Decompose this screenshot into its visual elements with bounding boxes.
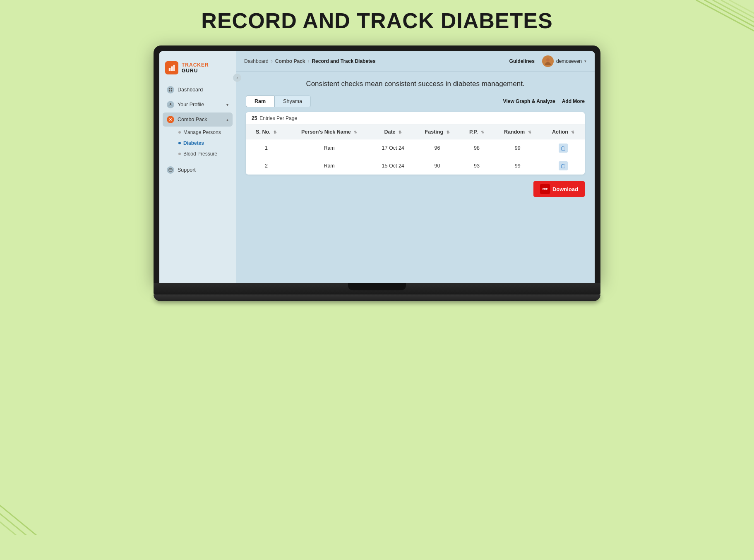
main-content: Dashboard › Combo Pack › Record and Trac… [236, 51, 595, 283]
cell-action [542, 139, 585, 157]
page-title: RECORD AND TRACK DIABETES [201, 8, 552, 33]
topbar: Dashboard › Combo Pack › Record and Trac… [236, 51, 595, 72]
svg-line-0 [696, 0, 754, 33]
sort-pp-icon[interactable]: ⇅ [481, 130, 484, 134]
breadcrumb-sep1: › [271, 58, 273, 64]
laptop-screen-outer: TRACKER GURU ‹ Dashboard [154, 45, 600, 283]
svg-point-17 [170, 119, 171, 120]
delete-button[interactable] [559, 144, 568, 153]
profile-arrow: ▾ [226, 103, 228, 107]
svg-rect-21 [562, 147, 565, 150]
svg-line-5 [0, 502, 41, 535]
cell-pp: 98 [460, 139, 493, 157]
sidebar-toggle[interactable]: ‹ [233, 74, 241, 82]
brand-name-line2: GURU [182, 68, 209, 74]
svg-line-6 [0, 510, 41, 535]
support-icon [167, 166, 174, 174]
sort-action-icon[interactable]: ⇅ [571, 130, 574, 134]
cell-fasting: 96 [414, 139, 460, 157]
svg-point-20 [546, 58, 550, 62]
sort-date-icon[interactable]: ⇅ [399, 130, 402, 134]
logo-icon [165, 61, 178, 74]
download-button[interactable]: PDF Download [533, 181, 585, 197]
cell-name: Ram [287, 157, 372, 175]
sort-name-icon[interactable]: ⇅ [354, 130, 357, 134]
breadcrumb-combopack[interactable]: Combo Pack [275, 58, 305, 64]
app-container: TRACKER GURU ‹ Dashboard [159, 51, 595, 283]
breadcrumb-dashboard[interactable]: Dashboard [244, 58, 269, 64]
tab-ram[interactable]: Ram [246, 96, 274, 107]
sidebar-item-profile[interactable]: Your Profile ▾ [163, 98, 233, 112]
sub-nav: Manage Persons Diabetes Blood Pressure [163, 127, 233, 159]
profile-icon [167, 101, 174, 108]
table-toolbar: 25 Entries Per Page [246, 112, 585, 125]
cell-action [542, 157, 585, 175]
dashboard-icon [167, 86, 174, 93]
guidelines-button[interactable]: Guidelines [506, 57, 538, 66]
topbar-right: Guidelines demoseven [506, 55, 586, 67]
col-action: Action ⇅ [542, 125, 585, 139]
sidebar-item-combopack[interactable]: Combo Pack ▴ [163, 112, 233, 127]
cell-sno: 1 [246, 139, 287, 157]
download-row: PDF Download [246, 181, 585, 197]
entries-label: Entries Per Page [259, 115, 297, 121]
combo-icon [167, 116, 174, 123]
sidebar-item-support[interactable]: Support [163, 163, 233, 177]
col-pp: P.P. ⇅ [460, 125, 493, 139]
deco-bottom-left [0, 494, 66, 535]
col-date: Date ⇅ [372, 125, 414, 139]
support-label: Support [178, 167, 196, 173]
cell-fasting: 90 [414, 157, 460, 175]
svg-rect-26 [562, 165, 565, 168]
sidebar-nav: Dashboard Your Profile ▾ [159, 83, 236, 177]
svg-rect-12 [171, 88, 172, 89]
manage-persons-dot [178, 131, 181, 134]
svg-rect-11 [169, 88, 170, 89]
laptop-base [154, 283, 600, 294]
sort-sno-icon[interactable]: ⇅ [274, 130, 277, 134]
sub-nav-manage-persons[interactable]: Manage Persons [174, 127, 233, 137]
manage-persons-label: Manage Persons [183, 129, 221, 135]
sub-nav-blood-pressure[interactable]: Blood Pressure [174, 149, 233, 159]
col-name: Person's Nick Name ⇅ [287, 125, 372, 139]
data-table: S. No. ⇅ Person's Nick Name ⇅ [246, 125, 585, 175]
content-area: Consistent checks mean consistent succes… [236, 72, 595, 283]
sidebar-item-dashboard[interactable]: Dashboard [163, 83, 233, 97]
sidebar-logo: TRACKER GURU [159, 55, 236, 83]
sub-nav-diabetes[interactable]: Diabetes [174, 138, 233, 148]
svg-rect-13 [169, 90, 170, 91]
sort-fasting-icon[interactable]: ⇅ [447, 130, 450, 134]
svg-line-2 [713, 0, 754, 33]
tabs-container: Ram Shyama [246, 96, 311, 107]
tabs-actions: View Graph & Analyze Add More [503, 98, 585, 104]
profile-label: Your Profile [178, 102, 204, 108]
laptop-notch [348, 283, 406, 290]
cell-name: Ram [287, 139, 372, 157]
delete-button[interactable] [559, 161, 568, 170]
user-area[interactable]: demoseven ▾ [542, 55, 586, 67]
cell-random: 99 [493, 157, 542, 175]
tab-shyama[interactable]: Shyama [274, 96, 311, 107]
add-more-button[interactable]: Add More [562, 98, 585, 104]
table-row: 1 Ram 17 Oct 24 96 98 99 [246, 139, 585, 157]
user-chevron-icon: ▾ [584, 59, 586, 63]
logo-text: TRACKER GURU [182, 62, 209, 74]
view-graph-button[interactable]: View Graph & Analyze [503, 98, 555, 104]
dashboard-label: Dashboard [178, 87, 203, 93]
svg-rect-10 [173, 65, 175, 71]
cell-random: 99 [493, 139, 542, 157]
table-header-row: S. No. ⇅ Person's Nick Name ⇅ [246, 125, 585, 139]
breadcrumb-sep2: › [307, 58, 309, 64]
sort-random-icon[interactable]: ⇅ [528, 130, 531, 134]
cell-sno: 2 [246, 157, 287, 175]
svg-line-7 [0, 519, 41, 535]
pdf-icon: PDF [540, 184, 550, 194]
table-row: 2 Ram 15 Oct 24 90 93 99 [246, 157, 585, 175]
deco-top-right [671, 0, 754, 50]
breadcrumb: Dashboard › Combo Pack › Record and Trac… [244, 58, 375, 64]
diabetes-dot [178, 142, 181, 144]
laptop-foot [154, 294, 600, 301]
laptop-frame: TRACKER GURU ‹ Dashboard [154, 45, 600, 301]
combopack-arrow: ▴ [226, 117, 228, 122]
user-name: demoseven [556, 58, 582, 64]
